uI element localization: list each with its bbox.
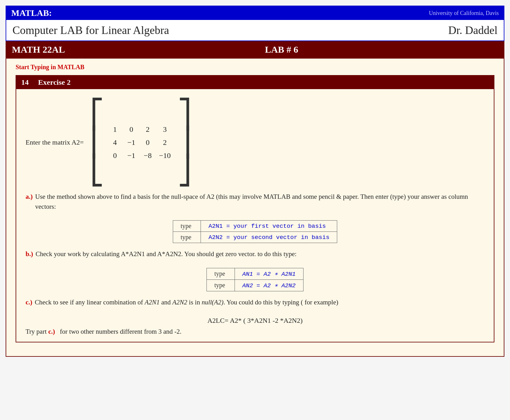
lab-number: LAB # 6 xyxy=(65,44,498,55)
matrix-cell: 1 xyxy=(113,125,117,134)
matrix-cell: 0 xyxy=(129,125,133,134)
matrix-cell: −10 xyxy=(159,151,171,160)
main-content: Start Typing in MATLAB 14 Exercise 2 Ent… xyxy=(6,58,504,357)
matrix-cell: 4 xyxy=(113,138,117,147)
exercise-body: Enter the matrix A2= ⎡⎢⎣ 1 0 2 3 4 −1 0 … xyxy=(16,89,494,342)
type-label: type xyxy=(207,279,235,291)
part-a-table: type A2N1 = your first vector in basis t… xyxy=(173,220,337,243)
start-typing-label: Start Typing in MATLAB xyxy=(16,64,494,71)
lab-title: Computer LAB for Linear Algebra xyxy=(12,24,169,37)
matlab-title: MATLAB: xyxy=(11,8,52,18)
table-row: type AN1 = A2 ∗ A2N1 xyxy=(207,268,304,279)
header-top-bar: MATLAB: University of California, Davis xyxy=(6,6,504,20)
part-b-text: Check your work by calculating A*A2N1 an… xyxy=(36,249,297,259)
code-value: AN1 = A2 ∗ A2N1 xyxy=(235,268,303,279)
part-b-table: type AN1 = A2 ∗ A2N1 type AN2 = A2 ∗ A2N… xyxy=(206,268,304,291)
part-c-ref-label: c.) xyxy=(48,328,55,335)
matrix-cell: 2 xyxy=(146,125,150,134)
part-c-label: c.) xyxy=(26,298,32,306)
table-row: type A2N1 = your first vector in basis xyxy=(173,221,337,232)
exercise-title: Exercise 2 xyxy=(38,78,70,86)
matrix-cell: 0 xyxy=(146,138,150,147)
right-bracket: ⎤⎥⎦ xyxy=(177,100,192,184)
section-header: MATH 22AL LAB # 6 xyxy=(6,41,504,58)
type-label: type xyxy=(173,232,201,243)
matrix-container: Enter the matrix A2= ⎡⎢⎣ 1 0 2 3 4 −1 0 … xyxy=(26,100,484,184)
part-b-row: b.) Check your work by calculating A*A2N… xyxy=(26,249,484,264)
table-row: type AN2 = A2 ∗ A2N2 xyxy=(207,279,304,291)
matrix-cell: −8 xyxy=(144,151,152,160)
matrix-cell: −1 xyxy=(127,151,135,160)
part-a-row: a.) Use the method shown above to find a… xyxy=(26,192,484,217)
part-a-label: a.) xyxy=(26,193,33,201)
part-b-label: b.) xyxy=(26,250,33,258)
header-container: MATLAB: University of California, Davis … xyxy=(6,6,504,41)
left-bracket: ⎡⎢⎣ xyxy=(90,100,104,184)
type-label: type xyxy=(173,221,201,232)
code-value: A2N2 = your second vector in basis xyxy=(201,232,337,243)
exercise-number: 14 xyxy=(21,78,29,86)
course-code: MATH 22AL xyxy=(12,44,65,55)
formula-display: A2LC= A2* ( 3*A2N1 -2 *A2N2) xyxy=(26,317,484,325)
matrix-cell: −1 xyxy=(127,138,135,147)
matrix-cell: 0 xyxy=(113,151,117,160)
bottom-text: Try part c.) for two other numbers diffe… xyxy=(26,328,484,336)
matrix-cell: 3 xyxy=(163,125,167,134)
matrix-cell: 2 xyxy=(163,138,167,147)
type-label: type xyxy=(207,268,235,279)
part-c-row: c.) Check to see if any linear combinati… xyxy=(26,298,484,313)
code-value: AN2 = A2 ∗ A2N2 xyxy=(235,279,303,291)
exercise-box: 14 Exercise 2 Enter the matrix A2= ⎡⎢⎣ 1… xyxy=(16,75,494,342)
matrix-grid: 1 0 2 3 4 −1 0 2 0 −1 −8 −10 xyxy=(107,123,174,162)
table-row: type A2N2 = your second vector in basis xyxy=(173,232,337,243)
header-bottom-bar: Computer LAB for Linear Algebra Dr. Dadd… xyxy=(6,20,504,41)
code-value: A2N1 = your first vector in basis xyxy=(201,221,337,232)
university-name: University of California, Davis xyxy=(429,10,499,17)
part-c-text: Check to see if any linear combination o… xyxy=(35,298,338,308)
instructor-name: Dr. Daddel xyxy=(448,24,498,37)
matrix-label: Enter the matrix A2= xyxy=(26,138,84,146)
part-a-text: Use the method shown above to find a bas… xyxy=(35,192,484,212)
exercise-header: 14 Exercise 2 xyxy=(16,76,494,89)
